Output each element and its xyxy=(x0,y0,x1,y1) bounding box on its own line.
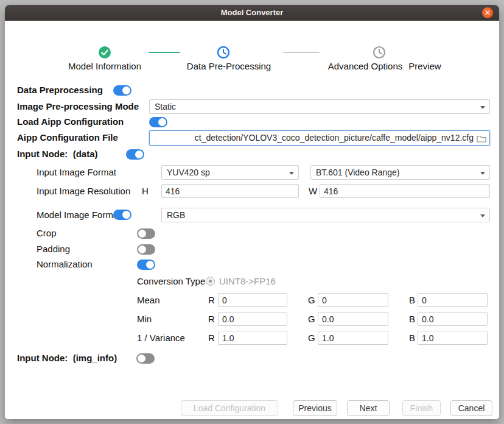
resolution-w-label: W xyxy=(309,185,317,197)
min-b-input[interactable] xyxy=(418,312,488,326)
variance-b-input[interactable] xyxy=(418,331,488,345)
min-r-label: R xyxy=(208,313,215,325)
window-title: Model Converter xyxy=(5,5,499,21)
step-connector-done xyxy=(149,52,180,53)
model-image-format-value: RGB xyxy=(167,210,476,220)
variance-g-input[interactable] xyxy=(318,331,388,345)
input-image-resolution-label: Input Image Resolution xyxy=(37,185,130,197)
input-node-data-label: Input Node: (data) xyxy=(17,148,97,160)
resolution-h-input[interactable] xyxy=(161,184,299,198)
model-image-format-label: Model Image Format xyxy=(37,209,121,221)
min-g-input[interactable] xyxy=(318,312,388,326)
finish-button: Finish xyxy=(402,400,441,416)
folder-browse-icon[interactable] xyxy=(477,134,486,145)
variance-r-label: R xyxy=(208,332,215,344)
step-label-advanced-options: Advanced Options xyxy=(324,61,407,71)
conversion-type-radio xyxy=(206,277,215,286)
cancel-button[interactable]: Cancel xyxy=(450,400,492,416)
step-connector-todo xyxy=(283,52,320,53)
load-aipp-configuration-label: Load Aipp Configuration xyxy=(17,116,124,128)
input-image-format-label: Input Image Format xyxy=(37,166,116,178)
step-done-check-icon xyxy=(98,46,111,59)
mean-label: Mean xyxy=(137,294,160,306)
desktop-background: Model Converter ✕ xyxy=(0,0,504,424)
padding-label: Padding xyxy=(37,243,70,255)
conversion-type-value: UINT8->FP16 xyxy=(219,275,276,288)
mean-r-input[interactable] xyxy=(218,293,287,307)
window-titlebar[interactable]: Model Converter ✕ xyxy=(5,5,499,21)
resolution-w-input[interactable] xyxy=(320,184,490,198)
model-image-format-toggle[interactable] xyxy=(113,210,131,220)
load-configuration-button: Load Configuration xyxy=(181,400,278,416)
normalization-toggle[interactable] xyxy=(137,260,155,270)
min-b-label: B xyxy=(409,313,415,325)
step-pending-clock-icon xyxy=(373,46,386,59)
variance-label: 1 / Variance xyxy=(137,332,185,344)
variance-g-label: G xyxy=(308,332,315,344)
model-image-format-select[interactable]: RGB xyxy=(161,208,490,222)
color-range-value: BT.601 (Video Range) xyxy=(316,168,476,177)
aipp-config-file-input[interactable]: ct_detection/YOLOV3_coco_detection_pictu… xyxy=(149,130,490,146)
variance-r-input[interactable] xyxy=(218,331,287,345)
chevron-down-icon xyxy=(480,214,485,217)
aipp-config-file-path: ct_detection/YOLOV3_coco_detection_pictu… xyxy=(153,133,474,143)
chevron-down-icon xyxy=(480,172,485,175)
step-label-model-information: Model Information xyxy=(62,61,147,71)
close-icon[interactable]: ✕ xyxy=(482,7,493,18)
dialog-body: Model Information Data Pre-Processing Ad… xyxy=(5,21,499,419)
chevron-down-icon xyxy=(480,106,485,109)
crop-label: Crop xyxy=(37,227,57,239)
padding-toggle[interactable] xyxy=(137,244,155,255)
input-image-format-value: YUV420 sp xyxy=(167,168,285,177)
data-preprocessing-toggle[interactable] xyxy=(113,85,131,96)
data-preprocessing-label: Data Preprocessing xyxy=(17,84,103,96)
mean-g-label: G xyxy=(308,294,315,306)
input-node-data-toggle[interactable] xyxy=(126,149,144,160)
color-range-select[interactable]: BT.601 (Video Range) xyxy=(310,165,490,180)
input-node-imginfo-toggle[interactable] xyxy=(136,353,155,364)
step-label-preview: Preview xyxy=(402,61,448,71)
mean-b-label: B xyxy=(409,294,415,306)
min-g-label: G xyxy=(308,313,315,325)
image-preprocessing-mode-select[interactable]: Static xyxy=(149,99,490,114)
chevron-down-icon xyxy=(289,172,294,175)
min-r-input[interactable] xyxy=(218,312,287,326)
aipp-configuration-file-label: Aipp Configuration File xyxy=(17,132,118,144)
next-button[interactable]: Next xyxy=(347,400,390,416)
model-converter-window: Model Converter ✕ xyxy=(5,5,499,419)
load-aipp-configuration-toggle[interactable] xyxy=(149,117,167,127)
step-label-data-preprocessing: Data Pre-Processing xyxy=(175,61,282,71)
normalization-label: Normalization xyxy=(37,258,93,270)
conversion-type-label: Conversion Type xyxy=(137,275,205,288)
resolution-h-label: H xyxy=(142,185,149,197)
mean-b-input[interactable] xyxy=(418,293,488,307)
image-preprocessing-mode-value: Static xyxy=(155,102,476,111)
image-preprocessing-mode-label: Image Pre-processing Mode xyxy=(17,101,139,113)
mean-g-input[interactable] xyxy=(318,293,388,307)
input-node-imginfo-label: Input Node: (img_info) xyxy=(17,352,117,364)
variance-b-label: B xyxy=(409,332,415,344)
input-image-format-select[interactable]: YUV420 sp xyxy=(161,165,299,180)
crop-toggle[interactable] xyxy=(137,228,155,239)
min-label: Min xyxy=(137,313,152,325)
step-active-clock-icon xyxy=(217,46,230,59)
mean-r-label: R xyxy=(208,294,215,306)
previous-button[interactable]: Previous xyxy=(293,400,337,416)
